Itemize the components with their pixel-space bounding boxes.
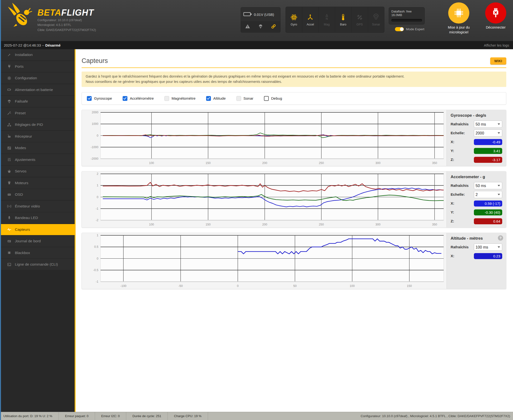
sensor-indicator-mag: NMag <box>319 7 335 32</box>
firmware-flasher-label: Mise à jour du micrologiciel <box>448 25 469 34</box>
graph-toggle-label: Sonar <box>243 96 253 101</box>
dataflash-text: Dataflash: free 16.0MB <box>391 10 412 17</box>
sensor-indicator-gps: GPS <box>352 7 368 32</box>
statusbar-cell: Erreur I2C: 0 <box>95 412 126 420</box>
disconnect-button[interactable]: Déconnecter <box>476 2 513 30</box>
svg-text:0: 0 <box>97 195 98 199</box>
sidebar-item-configuration[interactable]: Configuration <box>0 73 75 83</box>
sidebar-item-label: Installation <box>15 52 33 57</box>
sidebar-item-bandeau-led[interactable]: Bandeau LED <box>0 212 75 223</box>
svg-text:250: 250 <box>319 161 324 165</box>
svg-text:100: 100 <box>350 284 355 288</box>
svg-text:50: 50 <box>293 284 297 288</box>
sidebar-item-label: Ports <box>15 64 23 69</box>
sidebar-item-label: Configuration <box>15 76 37 80</box>
sensor-label: Sonar <box>372 23 380 26</box>
sidebar-item-osd[interactable]: OSD <box>0 189 75 200</box>
axis-value-badge: 0.23 <box>474 253 502 259</box>
svg-text:-2000: -2000 <box>91 157 98 160</box>
sidebar-item-moteurs[interactable]: Moteurs <box>0 178 75 188</box>
wiki-button[interactable]: WIKI <box>490 57 506 65</box>
refresh-select[interactable]: 100 ms <box>474 243 502 251</box>
vtx-icon <box>7 204 15 208</box>
axis-value-badge: 0.59 (-17) <box>474 201 502 207</box>
sidebar-item-servos[interactable]: Servos <box>0 166 75 177</box>
sidebar-item-modes[interactable]: Modes <box>0 142 75 153</box>
graph-toggle-debug[interactable]: Debug <box>264 96 282 101</box>
sidebar-item-ajustements[interactable]: Ajustements <box>0 154 75 165</box>
svg-text:-2: -2 <box>96 218 98 222</box>
scale-select[interactable]: 2 <box>474 191 502 198</box>
cli-icon <box>7 262 15 267</box>
axis-label: Y: <box>451 210 454 214</box>
sonar-icon <box>372 14 380 21</box>
sidebar-item-label: OSD <box>15 192 23 197</box>
svg-text:-0.5: -0.5 <box>93 268 98 272</box>
statusbar-cell: Utilisation du port: D: 19 % U: 2 % <box>0 412 59 420</box>
sidebar-item-ligne-de-commande-cli-[interactable]: Ligne de commande (CLI) <box>0 259 75 270</box>
graph-toggle-acc-l-rom-tre[interactable]: Accéléromètre <box>123 96 154 101</box>
axis-value-badge: -0.30 (40) <box>474 210 502 215</box>
sidebar-item-label: Blackbox <box>15 251 30 255</box>
chart-panel-accelerometer: Accelerometer - gRafraîchis50 msEchelle:… <box>447 172 506 227</box>
sidebar-item--metteur-vid-o[interactable]: Émetteur vidéo <box>0 201 75 212</box>
chart-panel-gyroscope: Gyroscope - deg/sRafraîchis50 msEchelle:… <box>447 110 506 166</box>
sidebar-item-ports[interactable]: Ports <box>0 61 75 72</box>
sensor-label: Accel <box>307 23 314 26</box>
graph-toggle-sonar[interactable]: Sonar <box>236 96 253 101</box>
graph-toggle-gyroscope[interactable]: Gyroscope <box>87 96 112 101</box>
sidebar-item-installation[interactable]: Installation <box>0 49 75 60</box>
checkbox-unchecked[interactable] <box>264 96 269 101</box>
checkbox-disabled[interactable] <box>236 96 241 101</box>
sidebar-item-failsafe[interactable]: Failsafe <box>0 96 75 107</box>
refresh-select[interactable]: 50 ms <box>474 182 502 189</box>
show-logs-link[interactable]: Afficher les logs <box>484 43 509 47</box>
sidebar-item-r-cepteur[interactable]: Récepteur <box>0 131 75 142</box>
sidebar-item-capteurs[interactable]: Capteurs <box>0 224 75 235</box>
sidebar-item-journal-de-bord[interactable]: Journal de bord <box>0 236 75 247</box>
warning-icon <box>245 24 250 30</box>
scale-select[interactable]: 2000 <box>474 129 502 137</box>
dataflash-indicator: Dataflash: free 16.0MB <box>389 7 425 24</box>
mag-icon: N <box>323 14 330 21</box>
svg-text:-1000: -1000 <box>91 145 98 149</box>
chip-icon <box>448 2 469 23</box>
chart-area-gyroscope: 100150200250300350200010000-1000-2000 <box>82 110 447 166</box>
checkbox-checked[interactable] <box>123 96 127 101</box>
sidebar-item-r-glages-de-pid[interactable]: Réglages de PID <box>0 119 75 130</box>
sidebar-item-label: Récepteur <box>15 134 32 139</box>
svg-text:350: 350 <box>432 223 437 226</box>
chart-svg: -100-5005010015010.50-0.5-1 <box>82 233 447 289</box>
sidebar-item-alimentation-et-batterie[interactable]: Alimentation et batterie <box>0 84 75 95</box>
led-icon <box>7 216 15 220</box>
parachute-icon <box>258 24 263 30</box>
chart-area-altitude: -100-5005010015010.50-0.5-1 <box>82 233 447 289</box>
refresh-label: Rafraîchis <box>451 122 469 126</box>
app-header: BETAFLIGHT Configurateur: 10.10.0 (c97de… <box>0 0 513 41</box>
sidebar-item-preset[interactable]: Preset <box>0 108 75 119</box>
page-title: Capteurs <box>81 57 108 65</box>
graph-toggle-altitude[interactable]: Altitude <box>206 96 226 101</box>
sensor-label: Baro <box>340 23 346 26</box>
expert-mode-toggle[interactable] <box>395 27 404 31</box>
checkbox-disabled[interactable] <box>164 96 169 101</box>
sidebar-item-label: Bandeau LED <box>15 216 38 220</box>
blackbox-icon <box>7 251 15 255</box>
refresh-select[interactable]: 50 ms <box>474 120 502 128</box>
status-bar: 2025-07-22 @14:46:33 -- Désarmé Afficher… <box>0 41 513 49</box>
motor-icon <box>7 181 15 185</box>
svg-text:200: 200 <box>262 223 267 226</box>
sidebar-item-blackbox[interactable]: Blackbox <box>0 247 75 258</box>
chart-title: Altitude - mètres <box>451 236 502 241</box>
graph-toggle-label: Gyroscope <box>94 96 112 101</box>
link-icon[interactable] <box>271 24 276 30</box>
svg-text:1: 1 <box>97 184 98 187</box>
firmware-flasher-button[interactable]: Mise à jour du micrologiciel <box>440 2 478 35</box>
help-icon[interactable]: ? <box>498 235 503 241</box>
svg-text:300: 300 <box>375 223 381 226</box>
app-title: BETAFLIGHT <box>37 8 96 18</box>
sensor-toggles-bar: GyroscopeAccéléromètreMagnétomètreAltitu… <box>81 92 506 105</box>
checkbox-checked[interactable] <box>206 96 211 101</box>
checkbox-checked[interactable] <box>87 96 92 101</box>
graph-toggle-magn-tom-tre[interactable]: Magnétomètre <box>164 96 196 101</box>
